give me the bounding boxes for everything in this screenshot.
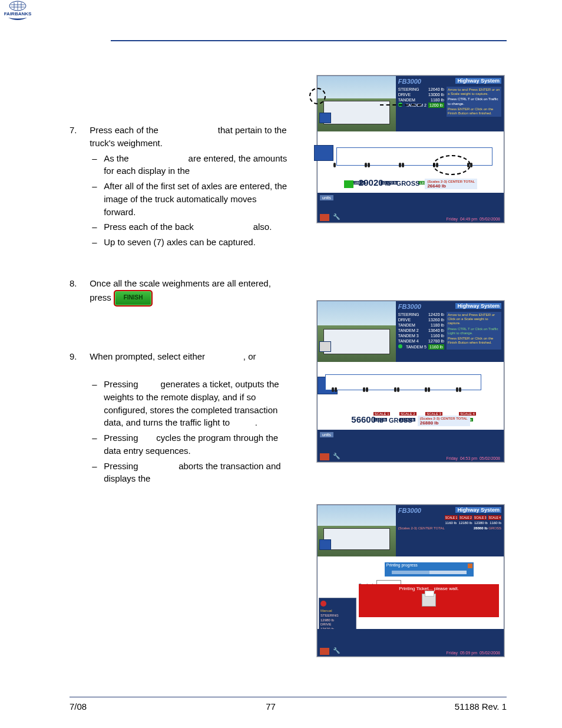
b: CANCEL	[141, 461, 176, 471]
n: TANDEM 3	[398, 333, 419, 338]
date: 05/02/2008	[480, 217, 500, 221]
t: Pressing	[104, 433, 141, 443]
printing-progress-dialog: Printing progress	[385, 562, 474, 577]
step9-sub2: Pressing NO cycles the program through t…	[90, 431, 290, 457]
system-title: Highway System	[455, 507, 501, 513]
t: Pressing	[104, 461, 141, 471]
system-title: Highway System	[455, 303, 501, 309]
footer-left: 7/08	[70, 701, 87, 711]
truck-diagram: SCALE 1 SCALE 2 SCALE 3 SCALE 4 1160 lb …	[318, 362, 504, 429]
wrench-icon[interactable]: 🔧	[333, 453, 340, 459]
sv: 1160 lb	[490, 521, 501, 525]
status-bar: units 🔧 Friday 04:53 pm 05/02/2008	[318, 430, 504, 462]
svg-text:FAIRBANKS: FAIRBANKS	[4, 11, 32, 17]
b: Scale Buttons	[196, 222, 251, 232]
step-number: 9.	[70, 350, 87, 363]
callout-arrow	[380, 104, 421, 106]
units-tab[interactable]: units	[320, 195, 333, 200]
wrench-icon[interactable]: 🔧	[333, 213, 340, 220]
sv: 1160 lb	[445, 521, 457, 525]
dt: 05/02/2008	[480, 456, 500, 460]
step7-blank1: Scale Buttons	[161, 125, 216, 135]
b: axle list.	[192, 166, 224, 176]
brand-label: FB3000	[398, 303, 421, 310]
step-number: 7.	[70, 124, 87, 137]
brand-label: FB3000	[398, 78, 421, 85]
hint: Press CTRL T or Click on Traffic Light t…	[448, 327, 500, 335]
v: 1160 lb	[431, 333, 444, 338]
step9-sub1: Pressing YES generates a ticket, outputs…	[90, 378, 290, 429]
close-icon[interactable]	[468, 564, 472, 568]
v: 12780 lb	[428, 338, 444, 344]
d: Friday	[447, 651, 458, 655]
gross-value: 29020	[359, 177, 384, 187]
sl: SCALE 3	[474, 515, 487, 520]
v: 13260 lb	[428, 317, 444, 322]
time: 04:49 pm	[460, 217, 477, 221]
n: TANDEM 2	[398, 328, 419, 333]
axle-val: 1200 lb	[428, 103, 444, 108]
exit-button[interactable]	[320, 648, 329, 655]
instructions-column: 7. Press each of the Scale Buttons that …	[70, 124, 293, 508]
d: Friday	[447, 456, 458, 460]
v: 12420 lb	[428, 312, 444, 317]
step7-sub3: Press each of the back Scale Buttons als…	[90, 220, 290, 233]
b: main screen.	[153, 473, 204, 483]
fairbanks-logo: FAIRBANKS	[0, 0, 35, 21]
b: Scale Buttons	[131, 153, 186, 163]
truck-photo	[318, 301, 396, 362]
step7-sub4: Up to seven (7) axles can be captured.	[90, 236, 290, 249]
progress-bar	[392, 571, 467, 574]
t: also.	[251, 222, 272, 232]
hint: Press ENTER or Click on the Finish Butto…	[448, 337, 500, 345]
readout-panel: FB3000 Highway System STEERING12420 lb D…	[396, 301, 504, 362]
dialog-title: Printing progress	[385, 563, 418, 567]
dt: 05/02/2008	[480, 651, 500, 655]
hint: Press ENTER or Click on the Finish Butto…	[448, 107, 500, 116]
status-bar: 🔧 Friday 05:09 pm 05/02/2008	[318, 629, 504, 656]
brand-label: FB3000	[398, 507, 421, 514]
status-square-icon	[344, 180, 353, 188]
b: YES, NO	[207, 351, 243, 361]
u: lb	[378, 417, 384, 424]
step7-line1a: Press each of the	[90, 125, 161, 135]
ht: 28860 lb	[474, 526, 488, 530]
red-led-icon	[320, 601, 326, 607]
manual-label: Manual	[320, 609, 355, 614]
t: 04:53 pm	[460, 456, 477, 460]
step7-sub1: As the Scale Buttons are entered, the am…	[90, 152, 290, 178]
sv: 12380 lb	[474, 521, 488, 525]
n: TANDEM	[398, 322, 415, 328]
hint: Arrow to and Press ENTER or Click on a S…	[448, 313, 500, 326]
finish-button[interactable]: FINISH	[114, 290, 153, 307]
gross-value: 56600	[351, 414, 376, 424]
exit-button[interactable]	[320, 214, 329, 221]
wrench-icon[interactable]: 🔧	[333, 647, 340, 654]
b: NO	[141, 433, 154, 443]
units-tab[interactable]: units	[320, 432, 333, 437]
n: TANDEM 5	[406, 344, 427, 350]
axle-val: 1180 lb	[431, 97, 444, 103]
v: 1160 lb	[428, 344, 444, 350]
step-7: 7. Press each of the Scale Buttons that …	[70, 124, 293, 251]
gross-readout: 29020 lb GROSS (Scales 2-3) CENTER TOTAL…	[318, 177, 504, 189]
center-total: 26880 lb	[420, 420, 439, 426]
sl: SCALE 2	[459, 515, 472, 520]
gross-label: GROSS	[396, 180, 420, 187]
footer-right: 51188 Rev. 1	[455, 701, 507, 711]
printer-icon	[422, 594, 436, 607]
screenshot-1: FB3000 Highway System STEERING12640 lb D…	[317, 75, 504, 223]
truck-photo	[318, 505, 396, 556]
hg: GROSS	[488, 526, 501, 530]
t: .	[255, 417, 257, 427]
s: 12980 lb	[320, 618, 355, 623]
readout-panel: FB3000 Highway System SCALE 1 SCALE 2 SC…	[396, 505, 504, 556]
v: 13640 lb	[428, 328, 444, 333]
n: DRIVE	[398, 317, 411, 322]
s: DRIVE	[320, 622, 355, 627]
exit-button[interactable]	[320, 453, 329, 460]
system-title: Highway System	[455, 78, 501, 84]
n: STEERING	[398, 312, 419, 317]
hint: Press CTRL T or Click on Traffic to chan…	[448, 97, 500, 106]
gross-readout: 56600 lb GROSS (Scales 2-3) CENTER TOTAL…	[318, 414, 504, 426]
